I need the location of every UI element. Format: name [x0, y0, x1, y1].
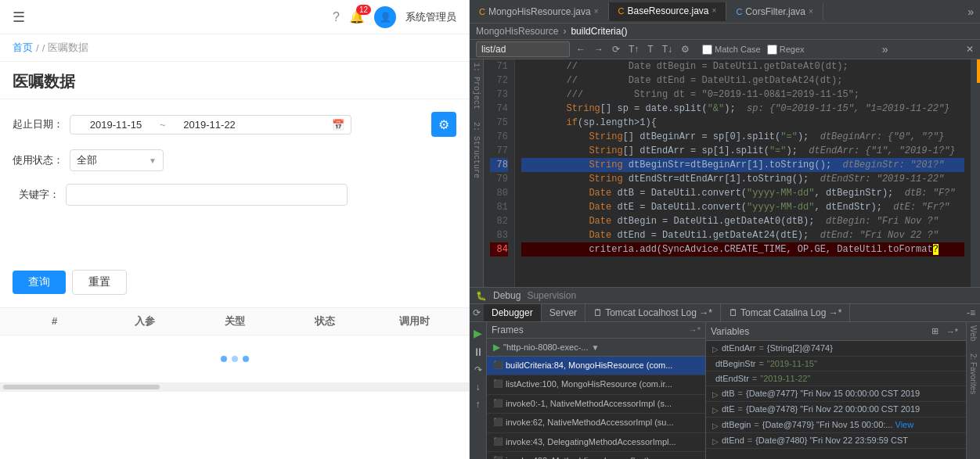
step-into-btn[interactable]: ↓: [473, 380, 484, 394]
scrollbar-thumb[interactable]: [3, 385, 160, 389]
line-num-84: 84: [490, 242, 508, 256]
help-icon[interactable]: ?: [333, 10, 340, 24]
debug-frames-panel: Frames →* ▶ "http-nio-8080-exec-... ▼ ⬛ …: [487, 322, 706, 459]
status-select[interactable]: 全部 ▼: [70, 149, 164, 171]
dot-2: [232, 356, 238, 362]
expand-arrow-dtEnd: ▷: [712, 437, 719, 446]
var-item-dtEndStr[interactable]: dtEndStr = "2019-11-22": [706, 371, 966, 386]
breadcrumb-home[interactable]: 首页: [13, 41, 33, 55]
ide-bc-method[interactable]: buildCriteria(): [571, 26, 627, 37]
debug-refresh-btn[interactable]: ⟳: [470, 306, 484, 320]
thread-selector[interactable]: ▶ "http-nio-8080-exec-... ▼: [487, 339, 705, 357]
ide-tab-mongohis-close[interactable]: ×: [594, 7, 599, 16]
code-line-80: Date dtB = DateUtil.convert("yyyy-MM-dd"…: [521, 186, 964, 200]
line-num-81: 81: [490, 200, 508, 214]
right-scroll-strip[interactable]: [971, 59, 980, 287]
search-settings-btn[interactable]: ⚙: [678, 42, 693, 56]
ide-tab-mongohis[interactable]: C MongoHisResource.java ×: [470, 3, 609, 20]
search-close-btn[interactable]: »: [882, 43, 888, 56]
reset-button[interactable]: 重置: [72, 270, 127, 295]
search-filter-btn3[interactable]: T↓: [659, 42, 676, 56]
ide-tab-base-close[interactable]: ×: [712, 6, 717, 15]
match-case-checkbox[interactable]: Match Case: [702, 45, 761, 55]
var-filter-btn[interactable]: ⊞: [928, 325, 942, 338]
frame-item-4[interactable]: ⬛ invoke:43, DelegatingMethodAccessorImp…: [487, 433, 705, 452]
line-num-78: 78: [490, 158, 508, 172]
code-line-76: String[] dtBeginArr = sp[0].split("="); …: [521, 130, 964, 144]
top-bar-left: ☰: [13, 9, 25, 26]
frame-item-5[interactable]: ⬛ invoke:498, Method (java.lang.reflect): [487, 452, 705, 459]
expand-arrow-dtBegin: ▷: [712, 421, 719, 430]
loading-indicator: [221, 356, 249, 362]
debug-tab-debugger[interactable]: Debugger: [484, 304, 542, 321]
step-over-btn[interactable]: ↷: [471, 363, 485, 377]
debug-expand-btn[interactable]: -≡: [962, 307, 980, 318]
search-next-btn[interactable]: →: [591, 42, 607, 56]
left-panel: ☰ ? 🔔 12 👤 系统管理员 首页 / / 医嘱数据 医嘱数据 起止日期： …: [0, 0, 470, 459]
var-item-dtE[interactable]: ▷ dtE = {Date@7478} "Fri Nov 22 00:00:00…: [706, 402, 966, 418]
horizontal-scrollbar[interactable]: [0, 382, 469, 392]
step-out-btn[interactable]: ↑: [473, 397, 484, 411]
frames-more-btn[interactable]: →*: [689, 325, 701, 335]
search-filter-btn[interactable]: T↑: [625, 42, 642, 56]
frame-text-5: invoke:498, Method (java.lang.reflect): [506, 455, 649, 459]
thread-dropdown-icon[interactable]: ▼: [591, 343, 599, 352]
ide-tab-cors-close[interactable]: ×: [809, 7, 813, 16]
debug-variables-panel: Variables ⊞ →* ▷ dtEndArr = {String[2]@7…: [706, 322, 966, 459]
tabs-more-icon[interactable]: »: [961, 5, 980, 18]
var-item-dtEndArr[interactable]: ▷ dtEndArr = {String[2]@7474}: [706, 341, 966, 357]
structure-label[interactable]: 2: Structure: [470, 119, 484, 181]
line-num-82: 82: [490, 214, 508, 228]
search-filter-btn2[interactable]: T: [644, 42, 656, 56]
frame-item-2[interactable]: ⬛ invoke0:-1, NativeMethodAccessorImpl (…: [487, 395, 705, 414]
query-button[interactable]: 查询: [13, 271, 66, 294]
calendar-icon: 📅: [332, 119, 344, 131]
keyword-input[interactable]: [66, 184, 348, 206]
ide-tab-base-label: BaseResource.java: [627, 5, 708, 16]
regex-checkbox[interactable]: Regex: [767, 45, 805, 55]
frame-item-3[interactable]: ⬛ invoke:62, NativeMethodAccessorImpl (s…: [487, 414, 705, 432]
debug-tab-tomcat-local[interactable]: 🗒 Tomcat Localhost Log →*: [585, 304, 721, 321]
notification-bell[interactable]: 🔔 12: [349, 9, 365, 24]
frame-text-4: invoke:43, DelegatingMethodAccessorImpl.…: [506, 436, 676, 448]
favorites-label[interactable]: 2: Favorites: [967, 350, 980, 397]
debug-tab-server[interactable]: Server: [542, 304, 585, 321]
search-prev-btn[interactable]: ←: [573, 42, 589, 56]
expand-arrow-dtEndArr: ▷: [712, 345, 719, 353]
code-line-72: // Date dtEnd = DateUtil.getDateAt24(dt)…: [521, 74, 964, 88]
frame-item-0[interactable]: ⬛ buildCriteria:84, MongoHisResource (co…: [487, 357, 705, 375]
web-label[interactable]: Web: [967, 322, 980, 344]
var-item-dtBegin[interactable]: ▷ dtBegin = {Date@7479} "Fri Nov 15 00:0…: [706, 418, 966, 433]
avatar[interactable]: 👤: [374, 6, 396, 28]
frame-item-1[interactable]: ⬛ listActive:100, MongoHisResource (com.…: [487, 375, 705, 394]
ide-breadcrumb: MongoHisResource › buildCriteria(): [470, 23, 980, 40]
status-value: 全部: [77, 153, 97, 167]
ide-bc-class[interactable]: MongoHisResource: [476, 26, 558, 37]
var-item-dtBeginStr[interactable]: dtBeginStr = "2019-11-15": [706, 357, 966, 371]
project-label[interactable]: 1: Project: [470, 59, 484, 113]
ide-tab-cors[interactable]: C CorsFilter.java ×: [726, 3, 823, 20]
select-arrow-icon: ▼: [149, 156, 157, 165]
resume-btn[interactable]: ▶: [470, 325, 485, 341]
var-item-dtEnd[interactable]: ▷ dtEnd = {Date@7480} "Fri Nov 22 23:59:…: [706, 433, 966, 449]
search-refresh-btn[interactable]: ⟳: [609, 42, 623, 56]
date-end-input[interactable]: [171, 119, 249, 131]
search-close-x[interactable]: ✕: [966, 44, 974, 55]
code-line-74: String[] sp = date.split("&"); sp: {"0=2…: [521, 102, 964, 116]
frame-text-0: buildCriteria:84, MongoHisResource (com.…: [506, 360, 672, 371]
settings-button[interactable]: ⚙: [431, 112, 456, 137]
var-sort-btn[interactable]: →*: [943, 325, 961, 338]
ide-tab-base[interactable]: C BaseResource.java ×: [609, 2, 727, 21]
code-line-84: criteria.add(SyncAdvice.CREATE_TIME, OP.…: [521, 242, 964, 256]
breadcrumb: 首页 / / 医嘱数据: [0, 34, 469, 62]
debug-tab-tomcat-catalina[interactable]: 🗒 Tomcat Catalina Log →*: [721, 304, 851, 321]
ide-search-input[interactable]: [476, 41, 570, 57]
date-range-picker[interactable]: ~ 📅: [70, 115, 351, 134]
tab-icon-mongohis: C: [479, 7, 485, 16]
pause-btn[interactable]: ⏸: [470, 344, 487, 360]
ide-tab-cors-label: CorsFilter.java: [745, 6, 805, 17]
status-row: 使用状态： 全部 ▼: [13, 149, 456, 171]
var-item-dtB[interactable]: ▷ dtB = {Date@7477} "Fri Nov 15 00:00:00…: [706, 386, 966, 402]
menu-icon[interactable]: ☰: [13, 9, 25, 26]
date-start-input[interactable]: [77, 119, 155, 131]
